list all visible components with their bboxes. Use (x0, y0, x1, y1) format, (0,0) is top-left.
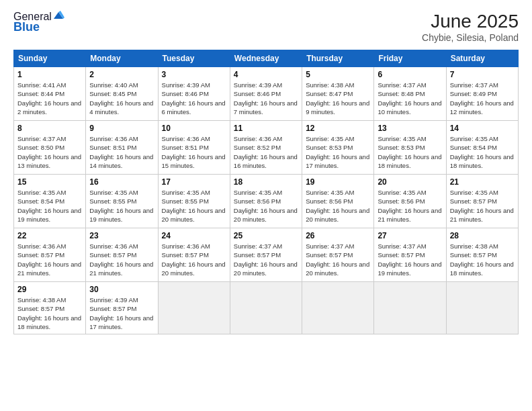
calendar-cell: 17Sunrise: 4:35 AMSunset: 8:55 PMDayligh… (158, 175, 230, 228)
day-number: 9 (89, 124, 154, 133)
day-detail: Sunrise: 4:36 AMSunset: 8:51 PMDaylight:… (162, 134, 226, 170)
day-number: 1 (17, 70, 82, 79)
day-detail: Sunrise: 4:35 AMSunset: 8:54 PMDaylight:… (450, 134, 515, 170)
calendar-week-row: 1Sunrise: 4:41 AMSunset: 8:44 PMDaylight… (14, 67, 519, 121)
day-number: 22 (17, 231, 82, 240)
calendar-cell: 11Sunrise: 4:36 AMSunset: 8:52 PMDayligh… (230, 121, 302, 175)
header: General Blue June 2025 Chybie, Silesia, … (13, 11, 519, 43)
day-detail: Sunrise: 4:39 AMSunset: 8:46 PMDaylight:… (234, 81, 298, 116)
day-of-week-header: Friday (374, 50, 446, 67)
title-block: June 2025 Chybie, Silesia, Poland (422, 11, 519, 43)
day-number: 10 (162, 124, 226, 133)
day-number: 23 (89, 231, 154, 240)
calendar-cell (158, 282, 230, 334)
calendar-cell: 22Sunrise: 4:36 AMSunset: 8:57 PMDayligh… (14, 228, 86, 282)
day-detail: Sunrise: 4:35 AMSunset: 8:55 PMDaylight:… (89, 188, 154, 224)
calendar-cell: 8Sunrise: 4:37 AMSunset: 8:50 PMDaylight… (14, 121, 86, 175)
calendar-week-row: 8Sunrise: 4:37 AMSunset: 8:50 PMDaylight… (14, 121, 519, 175)
day-detail: Sunrise: 4:35 AMSunset: 8:57 PMDaylight:… (450, 188, 515, 224)
day-detail: Sunrise: 4:39 AMSunset: 8:57 PMDaylight:… (89, 295, 154, 331)
day-detail: Sunrise: 4:35 AMSunset: 8:56 PMDaylight:… (306, 188, 370, 224)
calendar-cell: 4Sunrise: 4:39 AMSunset: 8:46 PMDaylight… (230, 67, 302, 121)
day-number: 19 (306, 177, 370, 187)
day-number: 26 (306, 231, 370, 240)
day-detail: Sunrise: 4:37 AMSunset: 8:49 PMDaylight:… (450, 81, 515, 116)
day-number: 2 (89, 70, 154, 79)
calendar-cell: 26Sunrise: 4:37 AMSunset: 8:57 PMDayligh… (302, 228, 374, 282)
day-detail: Sunrise: 4:38 AMSunset: 8:57 PMDaylight:… (450, 242, 515, 277)
calendar-cell: 7Sunrise: 4:37 AMSunset: 8:49 PMDaylight… (446, 67, 518, 121)
calendar-cell: 15Sunrise: 4:35 AMSunset: 8:54 PMDayligh… (14, 175, 86, 228)
calendar-cell: 3Sunrise: 4:39 AMSunset: 8:46 PMDaylight… (158, 67, 230, 121)
day-detail: Sunrise: 4:36 AMSunset: 8:52 PMDaylight:… (234, 134, 298, 170)
calendar-cell: 1Sunrise: 4:41 AMSunset: 8:44 PMDaylight… (14, 67, 86, 121)
calendar-table: SundayMondayTuesdayWednesdayThursdayFrid… (13, 50, 519, 334)
calendar-cell: 29Sunrise: 4:38 AMSunset: 8:57 PMDayligh… (14, 282, 86, 334)
day-detail: Sunrise: 4:35 AMSunset: 8:56 PMDaylight:… (234, 188, 298, 224)
calendar-cell: 13Sunrise: 4:35 AMSunset: 8:53 PMDayligh… (374, 121, 446, 175)
day-number: 12 (306, 124, 370, 133)
day-detail: Sunrise: 4:37 AMSunset: 8:57 PMDaylight:… (306, 242, 370, 277)
calendar-cell: 16Sunrise: 4:35 AMSunset: 8:55 PMDayligh… (86, 175, 158, 228)
calendar-cell: 30Sunrise: 4:39 AMSunset: 8:57 PMDayligh… (86, 282, 158, 334)
day-detail: Sunrise: 4:39 AMSunset: 8:46 PMDaylight:… (162, 81, 226, 116)
day-detail: Sunrise: 4:35 AMSunset: 8:56 PMDaylight:… (378, 188, 442, 224)
logo-blue-text: Blue (13, 20, 40, 34)
calendar-cell: 23Sunrise: 4:36 AMSunset: 8:57 PMDayligh… (86, 228, 158, 282)
calendar-week-row: 29Sunrise: 4:38 AMSunset: 8:57 PMDayligh… (14, 282, 519, 334)
day-of-week-header: Saturday (446, 50, 518, 67)
calendar-cell (302, 282, 374, 334)
calendar-subtitle: Chybie, Silesia, Poland (422, 32, 519, 43)
calendar-cell (230, 282, 302, 334)
day-number: 25 (234, 231, 298, 240)
calendar-cell: 19Sunrise: 4:35 AMSunset: 8:56 PMDayligh… (302, 175, 374, 228)
day-detail: Sunrise: 4:35 AMSunset: 8:53 PMDaylight:… (306, 134, 370, 170)
logo-icon (52, 9, 64, 21)
page: General Blue June 2025 Chybie, Silesia, … (0, 0, 532, 411)
day-number: 20 (378, 177, 442, 187)
day-number: 5 (306, 70, 370, 79)
calendar-cell: 10Sunrise: 4:36 AMSunset: 8:51 PMDayligh… (158, 121, 230, 175)
day-detail: Sunrise: 4:36 AMSunset: 8:51 PMDaylight:… (89, 134, 154, 170)
day-detail: Sunrise: 4:36 AMSunset: 8:57 PMDaylight:… (89, 242, 154, 277)
calendar-cell: 12Sunrise: 4:35 AMSunset: 8:53 PMDayligh… (302, 121, 374, 175)
day-number: 3 (162, 70, 226, 79)
day-number: 18 (234, 177, 298, 187)
calendar-cell: 2Sunrise: 4:40 AMSunset: 8:45 PMDaylight… (86, 67, 158, 121)
day-detail: Sunrise: 4:35 AMSunset: 8:55 PMDaylight:… (162, 188, 226, 224)
day-of-week-header: Tuesday (158, 50, 230, 67)
day-number: 24 (162, 231, 226, 240)
calendar-cell: 9Sunrise: 4:36 AMSunset: 8:51 PMDaylight… (86, 121, 158, 175)
day-detail: Sunrise: 4:36 AMSunset: 8:57 PMDaylight:… (162, 242, 226, 277)
calendar-week-row: 15Sunrise: 4:35 AMSunset: 8:54 PMDayligh… (14, 175, 519, 228)
calendar-cell: 6Sunrise: 4:37 AMSunset: 8:48 PMDaylight… (374, 67, 446, 121)
day-detail: Sunrise: 4:37 AMSunset: 8:50 PMDaylight:… (17, 134, 82, 170)
day-number: 15 (17, 177, 82, 187)
day-detail: Sunrise: 4:35 AMSunset: 8:54 PMDaylight:… (17, 188, 82, 224)
day-number: 6 (378, 70, 442, 79)
day-number: 16 (89, 177, 154, 187)
day-detail: Sunrise: 4:37 AMSunset: 8:48 PMDaylight:… (378, 81, 442, 116)
day-number: 7 (450, 70, 515, 79)
logo: General Blue (13, 11, 64, 34)
day-of-week-header: Monday (86, 50, 158, 67)
calendar-cell: 28Sunrise: 4:38 AMSunset: 8:57 PMDayligh… (446, 228, 518, 282)
day-of-week-header: Sunday (14, 50, 86, 67)
calendar-cell: 5Sunrise: 4:38 AMSunset: 8:47 PMDaylight… (302, 67, 374, 121)
calendar-cell (446, 282, 518, 334)
calendar-body: 1Sunrise: 4:41 AMSunset: 8:44 PMDaylight… (14, 67, 519, 334)
day-detail: Sunrise: 4:41 AMSunset: 8:44 PMDaylight:… (17, 81, 82, 116)
calendar-title: June 2025 (422, 11, 519, 32)
calendar-cell: 27Sunrise: 4:37 AMSunset: 8:57 PMDayligh… (374, 228, 446, 282)
day-detail: Sunrise: 4:35 AMSunset: 8:53 PMDaylight:… (378, 134, 442, 170)
day-number: 4 (234, 70, 298, 79)
calendar-week-row: 22Sunrise: 4:36 AMSunset: 8:57 PMDayligh… (14, 228, 519, 282)
calendar-cell: 24Sunrise: 4:36 AMSunset: 8:57 PMDayligh… (158, 228, 230, 282)
day-number: 17 (162, 177, 226, 187)
calendar-header-row: SundayMondayTuesdayWednesdayThursdayFrid… (14, 50, 519, 67)
day-number: 21 (450, 177, 515, 187)
day-detail: Sunrise: 4:36 AMSunset: 8:57 PMDaylight:… (17, 242, 82, 277)
day-of-week-header: Wednesday (230, 50, 302, 67)
day-number: 14 (450, 124, 515, 133)
day-number: 27 (378, 231, 442, 240)
